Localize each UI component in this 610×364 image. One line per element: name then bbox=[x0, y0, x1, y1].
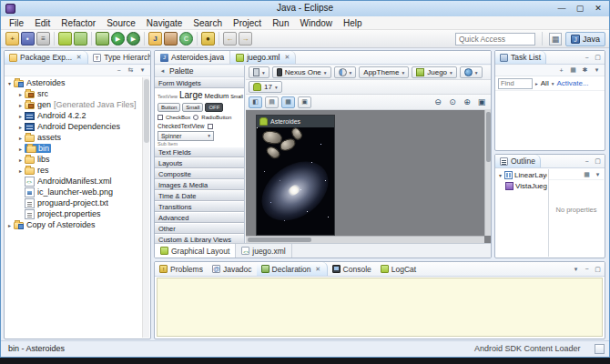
print-icon[interactable]: ≡ bbox=[36, 32, 50, 46]
snap-to-grid-toggle[interactable]: ▦ bbox=[281, 96, 295, 108]
palette-category-other[interactable]: Other bbox=[155, 223, 244, 234]
external-tools-icon[interactable]: ▶ bbox=[127, 32, 140, 46]
menu-search[interactable]: Search bbox=[188, 16, 228, 30]
tab-declaration[interactable]: Declaration ✕ bbox=[257, 262, 328, 276]
tree-item-android-dependencies[interactable]: ▸ Android Dependencies bbox=[5, 121, 142, 132]
new-class-icon[interactable]: C bbox=[179, 32, 193, 46]
tree-item-ic-launcher-web[interactable]: ic_launcher-web.png bbox=[5, 187, 142, 197]
zoom-100-icon[interactable]: ⊙ bbox=[446, 96, 459, 108]
editor-tab-juego-xml[interactable]: juego.xml ✕ bbox=[230, 51, 296, 64]
java-perspective-button[interactable]: J Java bbox=[565, 32, 605, 46]
palette-category-time-date[interactable]: Time & Date bbox=[155, 190, 244, 201]
tree-item-gen[interactable]: ▸ gen [Generated Java Files] bbox=[5, 99, 142, 110]
palette-item-checkedtextview[interactable]: CheckedTextView bbox=[158, 123, 205, 129]
canvas-horizontal-scrollbar[interactable] bbox=[246, 236, 484, 243]
zoom-out-icon[interactable]: ⊖ bbox=[432, 96, 444, 108]
menu-file[interactable]: File bbox=[4, 16, 29, 30]
search-icon[interactable]: ● bbox=[201, 32, 215, 46]
scope-all-dropdown[interactable]: All bbox=[541, 79, 549, 87]
palette-item-textview[interactable]: TextView Large Medium Small bbox=[158, 90, 241, 101]
tree-item-proguard-project[interactable]: proguard-project.txt bbox=[5, 197, 142, 208]
activity-dropdown[interactable]: Juego▾ bbox=[412, 66, 457, 78]
maximize-button[interactable]: ▢ bbox=[572, 3, 588, 15]
maximize-view-icon[interactable]: ▢ bbox=[594, 54, 602, 61]
tab-juego-xml-source[interactable]: juego.xml bbox=[236, 244, 291, 258]
show-layout-toggle[interactable]: ◧ bbox=[249, 96, 262, 108]
tab-javadoc[interactable]: @ Javadoc bbox=[208, 262, 257, 276]
expand-arrow-icon[interactable]: ▸ bbox=[16, 113, 25, 119]
tab-graphical-layout[interactable]: Graphical Layout bbox=[155, 244, 236, 258]
activate-link[interactable]: Activate... bbox=[556, 79, 588, 87]
tab-package-explorer[interactable]: Package Exp... ✕ bbox=[5, 51, 88, 64]
api-level-dropdown[interactable]: 17▾ bbox=[249, 81, 282, 93]
view-menu-icon[interactable]: ▾ bbox=[572, 266, 580, 273]
minimize-view-icon[interactable]: − bbox=[583, 158, 591, 165]
expand-arrow-icon[interactable]: ▸ bbox=[16, 91, 25, 97]
title-bar[interactable]: Java - Eclipse — ▢ ✕ bbox=[1, 1, 609, 16]
layout-canvas[interactable]: Asteroides bbox=[246, 110, 491, 243]
tree-item-src[interactable]: ▸ src bbox=[5, 88, 142, 99]
outline-node-linearlayout[interactable]: ▾ LinearLayout bbox=[496, 169, 547, 180]
android-sdk-manager-icon[interactable] bbox=[58, 32, 72, 46]
show-margins-toggle[interactable]: ▤ bbox=[265, 96, 279, 108]
tree-item-asteroides[interactable]: ▾ Asteroides bbox=[5, 77, 142, 88]
open-perspective-icon[interactable]: ▦ bbox=[549, 33, 562, 46]
tree-item-copy-of-asteroides[interactable]: ▸ Copy of Asteroides bbox=[5, 219, 142, 230]
tab-task-list[interactable]: Task List bbox=[495, 51, 546, 64]
zoom-fit-icon[interactable]: ▣ bbox=[475, 96, 488, 108]
tree-item-android-422[interactable]: ▸ Android 4.2.2 bbox=[5, 110, 142, 121]
palette-category-transitions[interactable]: Transitions bbox=[155, 201, 244, 212]
palette-item-button[interactable]: Button bbox=[158, 103, 180, 112]
collapse-palette-icon[interactable]: ◂ bbox=[158, 67, 167, 75]
menu-help[interactable]: Help bbox=[338, 16, 368, 30]
scrollbar-thumb[interactable] bbox=[486, 112, 491, 162]
palette-category-images-media[interactable]: Images & Media bbox=[155, 179, 244, 190]
find-input[interactable] bbox=[498, 78, 533, 89]
palette-item-togglebutton[interactable]: OFF bbox=[205, 103, 223, 112]
close-button[interactable]: ✕ bbox=[590, 3, 606, 15]
expand-arrow-icon[interactable]: ▸ bbox=[16, 146, 25, 152]
palette-category-form-widgets[interactable]: Form Widgets bbox=[155, 77, 244, 88]
debug-icon[interactable] bbox=[96, 32, 109, 46]
tree-item-bin[interactable]: ▸ bin bbox=[5, 143, 142, 154]
minimize-view-icon[interactable]: − bbox=[583, 266, 591, 272]
forward-icon[interactable]: → bbox=[239, 32, 252, 46]
maximize-view-icon[interactable]: ▢ bbox=[594, 157, 602, 165]
palette-category-text-fields[interactable]: Text Fields bbox=[155, 147, 244, 157]
collapse-all-icon[interactable]: − bbox=[115, 67, 123, 74]
show-rulers-toggle[interactable]: ▣ bbox=[298, 96, 311, 108]
palette-item-small-button[interactable]: Small bbox=[182, 103, 203, 112]
new-java-project-icon[interactable]: J bbox=[148, 32, 162, 46]
expand-arrow-icon[interactable]: ▸ bbox=[5, 222, 14, 228]
expand-arrow-icon[interactable]: ▸ bbox=[16, 102, 25, 108]
scrollbar-thumb[interactable] bbox=[144, 79, 149, 143]
expand-arrow-icon[interactable]: ▾ bbox=[5, 80, 14, 86]
properties-menu-icon[interactable]: ▾ bbox=[594, 171, 602, 178]
expand-arrow-icon[interactable]: ▾ bbox=[496, 172, 504, 178]
run-icon[interactable]: ▶ bbox=[111, 32, 125, 46]
outline-node-vistajuego[interactable]: VistaJuego bbox=[496, 180, 547, 191]
new-task-icon[interactable]: + bbox=[557, 67, 565, 74]
palette-item-checkbox[interactable]: CheckBox bbox=[166, 115, 190, 120]
palette-item-spinner[interactable]: Spinner ▾ bbox=[158, 131, 214, 141]
theme-style-dropdown[interactable]: ▾ bbox=[334, 66, 357, 78]
menu-run[interactable]: Run bbox=[267, 16, 294, 30]
minimize-button[interactable]: — bbox=[554, 3, 570, 15]
apptheme-dropdown[interactable]: AppTheme▾ bbox=[359, 66, 409, 78]
tree-item-res[interactable]: ▸ res bbox=[5, 165, 142, 176]
palette-header[interactable]: ◂ Palette bbox=[155, 66, 244, 77]
expand-arrow-icon[interactable]: ▸ bbox=[16, 157, 25, 163]
tab-logcat[interactable]: LogCat bbox=[376, 262, 421, 276]
zoom-in-icon[interactable]: ⊕ bbox=[461, 96, 473, 108]
editor-tab-asteroides-java[interactable]: J Asteroides.java bbox=[155, 51, 230, 64]
scrollbar-thumb[interactable] bbox=[248, 238, 311, 242]
tree-item-libs[interactable]: ▸ libs bbox=[5, 154, 142, 165]
minimize-view-icon[interactable]: − bbox=[583, 55, 591, 61]
device-dropdown[interactable]: Nexus One▾ bbox=[272, 66, 331, 78]
properties-sort-icon[interactable]: ▦ bbox=[583, 171, 591, 178]
new-package-icon[interactable] bbox=[164, 32, 178, 46]
palette-category-layouts[interactable]: Layouts bbox=[155, 157, 244, 168]
palette-category-advanced[interactable]: Advanced bbox=[155, 212, 244, 223]
new-wizard-icon[interactable]: + bbox=[5, 32, 19, 46]
tree-item-project-properties[interactable]: project.properties bbox=[5, 208, 142, 219]
